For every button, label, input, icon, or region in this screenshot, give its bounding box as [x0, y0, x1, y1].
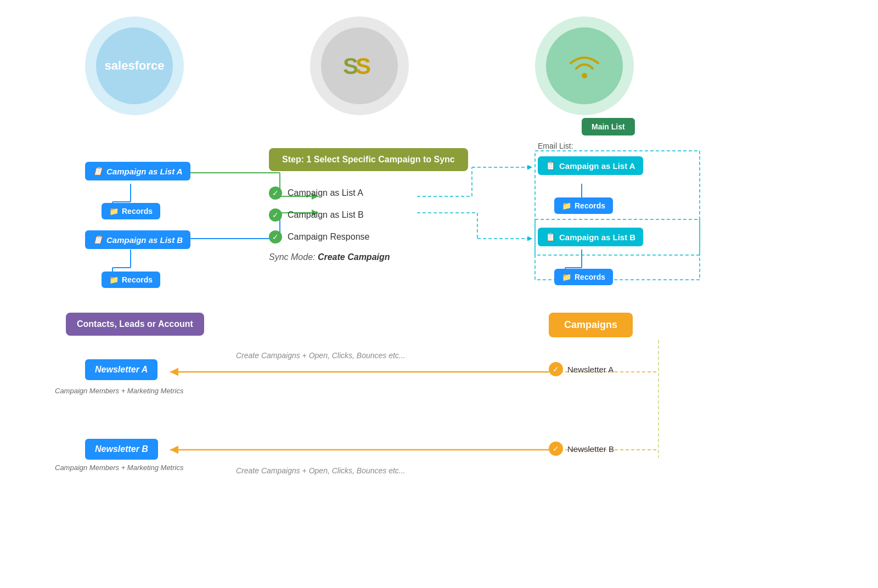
list-icon-a: 📋	[93, 166, 103, 176]
create-campaigns-a: Create Campaigns + Open, Clicks, Bounces…	[236, 351, 406, 360]
check-icon-1: ✓	[269, 186, 282, 200]
newsletter-b-left[interactable]: Newsletter B	[85, 439, 158, 460]
left-records-b[interactable]: 📁 Records	[102, 272, 160, 288]
checklist: ✓ Campaign as List A ✓ Campaign as List …	[269, 186, 369, 252]
sync-mode: Sync Mode: Create Campaign	[269, 252, 390, 262]
main-list-button[interactable]: Main List	[582, 118, 635, 135]
salesforce-text: salesforce	[105, 59, 165, 73]
svg-point-29	[582, 73, 587, 78]
list-icon-b: 📋	[93, 235, 103, 245]
list-icon-rb: 📋	[545, 232, 556, 242]
newsletter-b-right-row: ✓ Newsletter B	[549, 442, 614, 456]
emailapp-logo	[535, 16, 634, 115]
wifi-icon	[565, 49, 604, 82]
svg-text:S: S	[356, 53, 371, 79]
syncapps-logo: S S	[310, 16, 409, 115]
checklist-item-3: ✓ Campaign Response	[269, 230, 369, 244]
metrics-b: Campaign Members + Marketing Metrics	[55, 463, 183, 472]
left-campaign-list-a[interactable]: 📋 Campaign as List A	[85, 162, 190, 180]
folder-icon-a: 📁	[109, 207, 119, 216]
email-list-label: Email List:	[538, 142, 573, 150]
left-records-a[interactable]: 📁 Records	[102, 203, 160, 219]
nl-check-a: ✓	[549, 362, 563, 376]
newsletter-a-right-row: ✓ Newsletter A	[549, 362, 614, 376]
nl-check-b: ✓	[549, 442, 563, 456]
folder-icon-ra: 📁	[562, 201, 571, 210]
check-icon-3: ✓	[269, 230, 282, 244]
campaigns-button[interactable]: Campaigns	[549, 313, 633, 337]
create-campaigns-b: Create Campaigns + Open, Clicks, Bounces…	[236, 466, 406, 475]
checklist-item-1: ✓ Campaign as List A	[269, 186, 369, 200]
salesforce-logo: salesforce	[85, 16, 184, 115]
folder-icon-rb: 📁	[562, 273, 571, 281]
check-icon-2: ✓	[269, 208, 282, 222]
list-icon-ra: 📋	[545, 161, 556, 171]
left-campaign-list-b[interactable]: 📋 Campaign as List B	[85, 230, 190, 249]
newsletter-a-left[interactable]: Newsletter A	[85, 359, 157, 380]
right-campaign-list-b[interactable]: 📋 Campaign as List B	[538, 228, 643, 246]
folder-icon-b: 📁	[109, 275, 119, 284]
right-campaign-list-a[interactable]: 📋 Campaign as List A	[538, 156, 643, 175]
contacts-label[interactable]: Contacts, Leads or Account	[66, 313, 204, 336]
metrics-a: Campaign Members + Marketing Metrics	[55, 387, 183, 395]
right-records-a[interactable]: 📁 Records	[554, 197, 613, 214]
right-records-b[interactable]: 📁 Records	[554, 269, 613, 285]
checklist-item-2: ✓ Campaign as List B	[269, 208, 369, 222]
main-canvas: salesforce S S 📋 Campaign as List A	[0, 0, 878, 588]
step-box: Step: 1 Select Specific Campaign to Sync	[269, 148, 468, 171]
syncapps-icon: S S	[340, 52, 379, 80]
